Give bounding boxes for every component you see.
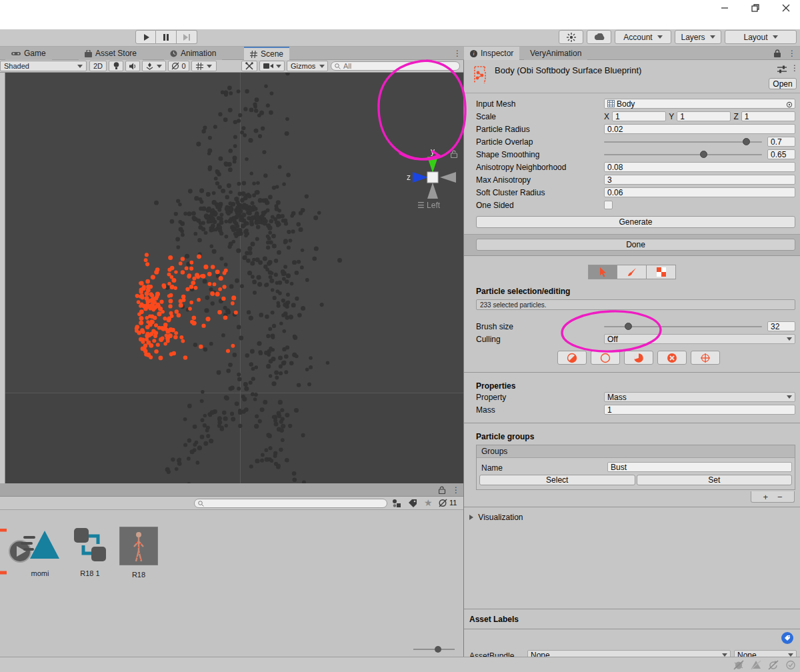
tab-inspector[interactable]: i Inspector <box>464 47 519 60</box>
group-name-field[interactable]: Bust <box>607 462 792 472</box>
scene-search-input[interactable]: All <box>331 61 460 71</box>
console-error-muted-icon[interactable] <box>733 660 744 670</box>
camera-settings-dropdown[interactable] <box>259 61 285 71</box>
one-sided-checkbox[interactable] <box>604 201 613 209</box>
open-button[interactable]: Open <box>769 78 797 89</box>
remove-selected-button[interactable] <box>657 351 687 365</box>
close-button[interactable] <box>776 1 796 15</box>
slider-handle[interactable] <box>700 151 707 158</box>
object-picker-icon[interactable] <box>786 101 793 108</box>
layout-dropdown[interactable]: Layout <box>725 30 797 44</box>
account-dropdown[interactable]: Account <box>615 30 671 44</box>
effects-icon <box>146 63 153 70</box>
add-group-button[interactable]: + <box>763 492 768 502</box>
gizmo-lock-icon[interactable] <box>451 150 458 158</box>
particle-radius-field[interactable]: 0.02 <box>604 124 795 134</box>
effects-dropdown[interactable] <box>142 61 166 71</box>
soft-cluster-radius-field[interactable]: 0.06 <box>604 187 795 197</box>
paint-mode-button[interactable] <box>647 265 676 279</box>
lock-icon[interactable] <box>773 49 781 58</box>
gamepad-icon <box>11 51 21 57</box>
mass-field[interactable]: 1 <box>604 405 795 415</box>
group-select-button[interactable]: Select <box>479 475 635 485</box>
done-button[interactable]: Done <box>476 239 795 251</box>
asset-r18-selected[interactable]: R18 <box>117 527 160 583</box>
label-tag-icon[interactable] <box>781 632 793 644</box>
preview-packages-icon[interactable] <box>559 30 583 44</box>
search-by-type-icon[interactable] <box>392 499 401 508</box>
tab-scene[interactable]: Scene <box>244 47 289 60</box>
zoom-slider-handle[interactable] <box>435 646 441 653</box>
asset-r18-1[interactable]: R18 1 <box>69 527 111 583</box>
hidden-count-icon[interactable] <box>439 499 448 507</box>
invert-selection-button[interactable] <box>557 351 587 365</box>
scene-kebab-icon[interactable]: ⋮ <box>453 49 461 58</box>
particle-overlap-slider[interactable] <box>604 141 762 143</box>
gizmo-view-menu[interactable]: ☰ Left <box>417 201 440 210</box>
shape-smoothing-slider[interactable] <box>604 154 762 155</box>
console-warning-muted-icon[interactable] <box>751 660 761 670</box>
restore-button[interactable] <box>745 1 765 15</box>
axis-y-cone <box>427 157 438 173</box>
input-mesh-field[interactable]: Body <box>604 99 795 109</box>
console-refresh-muted-icon[interactable] <box>768 660 779 670</box>
scene-view[interactable]: y z ☰ Left <box>5 73 463 483</box>
project-search-input[interactable] <box>194 499 387 508</box>
favorites-star-icon[interactable]: ★ <box>424 497 433 508</box>
cloud-collab-icon[interactable] <box>587 30 611 44</box>
shading-mode-dropdown[interactable]: Shaded <box>0 61 87 71</box>
scene-visibility-toggle[interactable]: 0 <box>168 61 189 71</box>
layers-dropdown[interactable]: Layers <box>675 30 721 44</box>
max-anisotropy-field[interactable]: 3 <box>604 175 795 185</box>
blueprint-title: Body (Obi Softbody Surface Blueprint) <box>495 65 641 75</box>
play-button[interactable] <box>135 30 156 44</box>
select-all-button[interactable] <box>624 351 653 365</box>
gizmos-dropdown[interactable]: Gizmos <box>287 61 328 71</box>
slider-handle[interactable] <box>625 323 632 330</box>
slider-handle[interactable] <box>743 138 750 145</box>
group-set-button[interactable]: Set <box>637 475 793 485</box>
lighting-toggle[interactable] <box>109 61 123 71</box>
axis-x-cone <box>440 172 456 183</box>
scale-y-field[interactable]: 1 <box>677 111 731 121</box>
anisotropy-neighborhood-field[interactable]: 0.08 <box>604 162 795 172</box>
tab-game[interactable]: Game <box>5 47 52 60</box>
brush-size-field[interactable]: 32 <box>767 321 795 331</box>
particle-overlap-field[interactable]: 0.7 <box>767 137 795 147</box>
tools-settings-button[interactable] <box>241 61 257 71</box>
inspector-kebab-icon[interactable]: ⋮ <box>788 49 796 58</box>
particle-cloud[interactable] <box>5 73 463 483</box>
project-kebab-icon[interactable]: ⋮ <box>452 485 460 495</box>
unlock-icon[interactable] <box>439 486 446 494</box>
tab-veryanimation[interactable]: VeryAnimation <box>524 47 587 60</box>
step-button[interactable] <box>177 30 197 44</box>
property-dropdown[interactable]: Mass <box>604 392 795 402</box>
scale-z-field[interactable]: 1 <box>741 111 795 121</box>
presets-icon[interactable] <box>777 65 787 73</box>
select-mode-button[interactable] <box>588 265 617 279</box>
2d-toggle[interactable]: 2D <box>89 61 107 71</box>
remove-group-button[interactable]: − <box>777 492 783 502</box>
brush-size-slider[interactable] <box>604 326 762 327</box>
tab-asset-store[interactable]: Asset Store <box>79 47 143 60</box>
search-by-label-icon[interactable] <box>408 499 417 508</box>
status-check-icon[interactable] <box>785 660 796 670</box>
scale-x-field[interactable]: 1 <box>612 111 666 121</box>
tab-animation[interactable]: Animation <box>164 47 222 60</box>
brush-mode-button[interactable] <box>617 265 647 279</box>
shape-smoothing-row: Shape Smoothing 0.65 <box>464 148 800 161</box>
culling-dropdown[interactable]: Off <box>604 334 795 344</box>
header-kebab-icon[interactable]: ⋮ <box>791 63 799 73</box>
audio-toggle[interactable] <box>125 61 140 71</box>
minimize-button[interactable] <box>715 1 735 15</box>
shape-smoothing-field[interactable]: 0.65 <box>767 149 795 159</box>
pause-button[interactable] <box>156 30 177 44</box>
generate-button[interactable]: Generate <box>476 216 795 228</box>
add-particles-button[interactable] <box>691 351 720 365</box>
asset-momi[interactable]: momi <box>19 527 61 583</box>
thumbnail-zoom-slider[interactable] <box>413 649 455 650</box>
clear-selection-button[interactable] <box>591 351 620 365</box>
grid-visibility-dropdown[interactable] <box>191 61 217 71</box>
status-bar <box>0 657 800 672</box>
visualization-foldout[interactable]: Visualization <box>464 507 800 522</box>
